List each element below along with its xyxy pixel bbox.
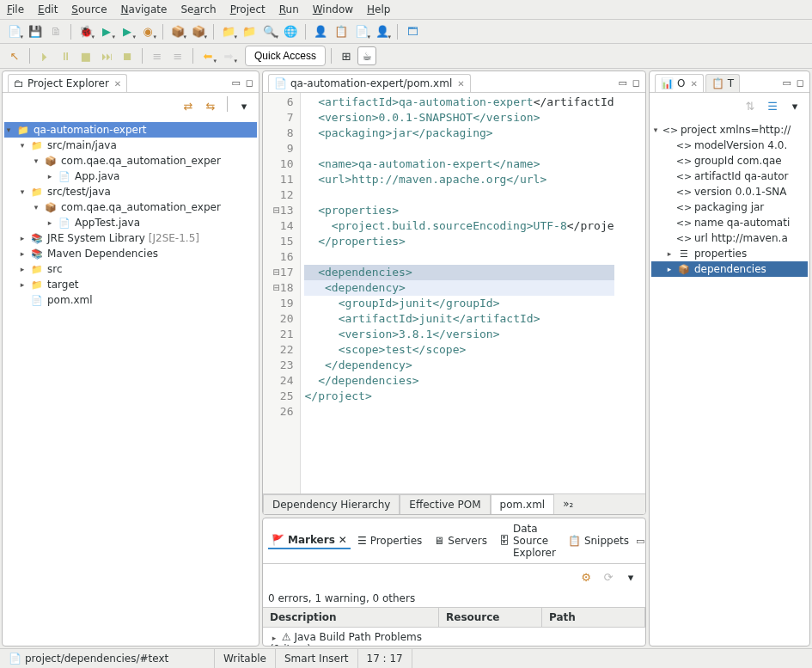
markers-table[interactable]: Description Resource Path ▸ ⚠ Java Build…: [263, 607, 645, 647]
window-button[interactable]: 🗔: [403, 22, 422, 41]
open-task-button[interactable]: 📁: [240, 22, 259, 41]
close-icon[interactable]: ✕: [690, 79, 697, 89]
tab-pom-xml[interactable]: pom.xml: [491, 494, 555, 514]
menu-edit[interactable]: Edit: [38, 3, 58, 15]
data-source-tab[interactable]: 🗄Data Source Explorer: [494, 521, 561, 561]
outline-tree[interactable]: ▾<>project xmlns=http:// <>modelVersion …: [650, 119, 809, 646]
outline-item[interactable]: <>groupId com.qae: [651, 153, 808, 169]
open-type-button[interactable]: 📁: [219, 22, 238, 41]
package-main[interactable]: ▾📦com.qae.qa_automation_exper: [4, 153, 257, 169]
menu-project[interactable]: Project: [230, 3, 266, 15]
outline-item[interactable]: <>packaging jar: [651, 199, 808, 215]
debug-persp-button[interactable]: 👤: [311, 22, 330, 41]
nav-fwd-icon[interactable]: ➡: [219, 46, 238, 65]
marker-row[interactable]: ▸ ⚠ Java Build Path Problems (1 item): [263, 628, 645, 647]
menu-file[interactable]: File: [7, 3, 24, 15]
editor-tab[interactable]: 📄 qa-automation-expert/pom.xml ✕: [268, 74, 471, 92]
package-test[interactable]: ▾📦com.qae.qa_automation_exper: [4, 199, 257, 215]
save-button[interactable]: 💾: [26, 22, 45, 41]
close-icon[interactable]: ✕: [457, 79, 464, 89]
status-insert-mode[interactable]: Smart Insert: [276, 649, 358, 668]
outline-item[interactable]: <>version 0.0.1-SNA: [651, 184, 808, 199]
menu-run[interactable]: Run: [279, 3, 299, 15]
debug-button[interactable]: 🐞: [76, 22, 95, 41]
search-button[interactable]: 🔍: [260, 22, 279, 41]
resume-icon[interactable]: ⏭: [97, 46, 116, 65]
collapse-all-icon[interactable]: ⇄: [179, 96, 198, 115]
outline-item[interactable]: <>name qa-automati: [651, 215, 808, 230]
minimize-icon[interactable]: ▭: [618, 77, 626, 89]
maximize-icon[interactable]: ◻: [632, 77, 640, 89]
tab-effective-pom[interactable]: Effective POM: [400, 494, 490, 514]
project-explorer-tab[interactable]: 🗀 Project Explorer ✕: [8, 74, 127, 92]
nav-back-icon[interactable]: ⬅: [198, 46, 217, 65]
more-tabs[interactable]: »₂: [554, 494, 582, 514]
snippets-tab[interactable]: 📋Snippets: [563, 533, 634, 548]
outline-root[interactable]: ▾<>project xmlns=http://: [651, 122, 808, 138]
new-java-button[interactable]: 📦: [168, 22, 187, 41]
src-main-java[interactable]: ▾📁src/main/java: [4, 138, 257, 153]
servers-tab[interactable]: 🖥Servers: [429, 533, 492, 548]
col-resource[interactable]: Resource: [439, 608, 542, 627]
view-menu-icon[interactable]: ▾: [235, 96, 253, 115]
src-test-java[interactable]: ▾📁src/test/java: [4, 184, 257, 199]
minimize-icon[interactable]: ▭: [782, 77, 791, 89]
maximize-icon[interactable]: ◻: [797, 77, 804, 89]
src-folder[interactable]: ▸📁src: [4, 261, 257, 277]
align-center-icon[interactable]: ≡: [168, 46, 187, 65]
coverage-button[interactable]: ◉: [138, 22, 157, 41]
close-icon[interactable]: ✕: [114, 79, 121, 89]
toggle-button[interactable]: 🌐: [281, 22, 300, 41]
col-description[interactable]: Description: [263, 608, 439, 627]
properties-tab[interactable]: ☰Properties: [352, 533, 427, 548]
outline-item[interactable]: <>artifactId qa-autor: [651, 169, 808, 184]
menu-window[interactable]: Window: [313, 3, 353, 15]
tab-dependency-hierarchy[interactable]: Dependency Hierarchy: [263, 494, 400, 514]
code-editor[interactable]: 6789101112⊟13141516⊟17⊟18192021222324252…: [263, 93, 645, 493]
filter-icon[interactable]: ☰: [763, 96, 782, 115]
menu-search[interactable]: Search: [180, 3, 216, 15]
view-menu-icon[interactable]: ▾: [785, 96, 804, 115]
sort-icon[interactable]: ⇅: [741, 96, 760, 115]
perspective-open-icon[interactable]: ⊞: [337, 46, 356, 65]
maximize-icon[interactable]: ◻: [246, 77, 253, 89]
outline-item[interactable]: <>url http://maven.a: [651, 230, 808, 246]
status-writable[interactable]: Writable: [215, 649, 276, 668]
col-path[interactable]: Path: [542, 608, 645, 627]
step-into-icon[interactable]: ⏸: [56, 46, 75, 65]
minimize-icon[interactable]: ▭: [636, 536, 644, 547]
back-nav[interactable]: 📄: [352, 22, 371, 41]
new-package-button[interactable]: 📦: [189, 22, 208, 41]
filter-icon[interactable]: ⚙: [577, 567, 595, 586]
outline-properties[interactable]: ▸☰properties: [651, 246, 808, 261]
project-root[interactable]: ▾📁qa-automation-expert: [4, 122, 257, 138]
task-list-tab[interactable]: 📋T: [705, 74, 740, 92]
pom-xml-file[interactable]: 📄pom.xml: [4, 292, 257, 308]
outline-item[interactable]: <>modelVersion 4.0.: [651, 138, 808, 153]
file-apptest-java[interactable]: ▸📄AppTest.java: [4, 215, 257, 230]
run-button[interactable]: ▶: [97, 22, 116, 41]
menu-help[interactable]: Help: [367, 3, 390, 15]
step-return-icon[interactable]: ■: [76, 46, 95, 65]
outline-tab[interactable]: 📊O ✕: [655, 74, 704, 92]
new-button[interactable]: 📄: [5, 22, 24, 41]
step-over-icon[interactable]: ⏵: [35, 46, 54, 65]
jre-library[interactable]: ▸📚JRE System Library [J2SE-1.5]: [4, 230, 257, 246]
menu-navigate[interactable]: Navigate: [121, 3, 168, 15]
outline-dependencies[interactable]: ▸📦dependencies: [651, 261, 808, 277]
refresh-icon[interactable]: ⟳: [599, 567, 618, 586]
run-last-button[interactable]: ▶: [118, 22, 137, 41]
align-left-icon[interactable]: ≡: [148, 46, 167, 65]
target-folder[interactable]: ▸📁target: [4, 277, 257, 292]
perspective-java-icon[interactable]: ☕: [357, 46, 376, 65]
markers-tab[interactable]: 🚩Markers ✕: [268, 532, 351, 549]
minimize-icon[interactable]: ▭: [231, 77, 240, 89]
maven-dependencies[interactable]: ▸📚Maven Dependencies: [4, 246, 257, 261]
save-all-button[interactable]: 🗎: [46, 22, 65, 41]
close-icon[interactable]: ✕: [339, 534, 347, 546]
project-tree[interactable]: ▾📁qa-automation-expert ▾📁src/main/java ▾…: [3, 119, 259, 646]
back-arrow-icon[interactable]: ↖: [5, 46, 24, 65]
file-app-java[interactable]: ▸📄App.java: [4, 169, 257, 184]
terminate-icon[interactable]: ⏹: [118, 46, 137, 65]
menu-source[interactable]: Source: [71, 3, 107, 15]
